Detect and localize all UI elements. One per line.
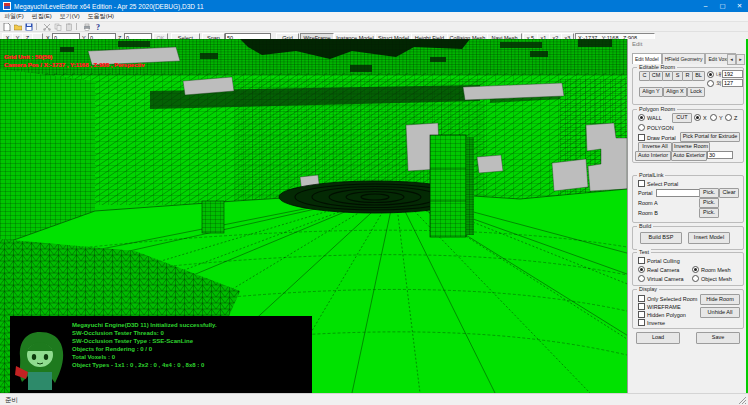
group-label: PortalLink (637, 172, 665, 178)
portal-pick-button[interactable]: Pick. (699, 188, 719, 198)
tab-scroll-right-icon[interactable]: ▸ (736, 54, 745, 65)
checkbox-icon (638, 180, 645, 187)
radio-icon (638, 114, 645, 121)
hidden-polygon-checkbox[interactable]: Hidden Polygon (638, 311, 686, 318)
tab-edit-model[interactable]: Edit Model (632, 53, 662, 64)
radio-icon (638, 275, 645, 282)
voxel-pillar-main (430, 135, 474, 237)
group-label: Editable Room (637, 64, 677, 70)
minimize-button[interactable]: – (697, 0, 714, 12)
axis-x-radio[interactable]: X (694, 114, 707, 121)
room-a-label: Room A (638, 200, 658, 206)
menu-file[interactable]: 파일(F) (0, 12, 28, 21)
menu-view[interactable]: 보기(V) (56, 12, 84, 21)
build-bsp-button[interactable]: Build BSP (640, 232, 682, 244)
panel-caption: Edit (632, 41, 642, 47)
room-b-pick-button[interactable]: Pick. (699, 208, 719, 218)
window-controls: – ▢ ✕ (697, 0, 748, 12)
status-ready-text: 준비 (5, 396, 18, 405)
open-folder-icon[interactable] (13, 23, 22, 31)
virtual-camera-label: Virtual Camera (647, 276, 684, 282)
console-log: Megayuchi Engine(D3D 11) Initialized suc… (72, 321, 217, 369)
axis-z-label: Z (734, 115, 737, 121)
copy-icon[interactable] (53, 23, 62, 31)
lock-button[interactable]: Lock (687, 87, 705, 97)
console-line: SW-Occlusion Tester Type : SSE-ScanLine (72, 337, 217, 345)
auto-exterior-value-input[interactable] (707, 151, 733, 159)
tab-hfield-geometry[interactable]: HField Geometry (662, 53, 706, 64)
save-icon[interactable] (24, 23, 33, 31)
maximize-button[interactable]: ▢ (714, 0, 731, 12)
close-button[interactable]: ✕ (731, 0, 748, 12)
group-label: Display (637, 286, 659, 292)
axis-z-radio[interactable]: Z (725, 114, 737, 121)
cut-button[interactable]: CUT (672, 113, 692, 123)
checkbox-icon (638, 295, 645, 302)
room-mesh-radio[interactable]: Room Mesh (692, 266, 731, 273)
save-button[interactable]: Save (696, 332, 740, 344)
checkbox-icon (638, 134, 645, 141)
virtual-camera-radio[interactable]: Virtual Camera (638, 275, 684, 282)
radio-icon (638, 124, 645, 131)
group-label: Polygon Room (637, 106, 677, 112)
print-icon[interactable] (82, 23, 91, 31)
toolbar-separator (36, 23, 37, 30)
voxel-pillar-small (202, 201, 224, 233)
auto-interior-button[interactable]: Auto Interior (635, 151, 671, 161)
console-overlay: Megayuchi Engine(D3D 11) Initialized suc… (10, 316, 312, 393)
edit-panel: Edit Edit Model HField Geometry Edit Vox… (627, 39, 746, 393)
real-camera-radio[interactable]: Real Camera (638, 266, 679, 273)
align-y-button[interactable]: Align Y (639, 87, 663, 97)
help-about-icon[interactable]: ? (93, 23, 102, 31)
status-bar: 준비 (0, 393, 748, 405)
only-selected-room-checkbox[interactable]: Only Selected Room (638, 295, 697, 302)
unhide-all-button[interactable]: Unhide All (700, 307, 740, 318)
auto-exterior-button[interactable]: Auto Exterior (671, 151, 707, 161)
only-selected-room-label: Only Selected Room (647, 296, 697, 302)
console-line: Total Voxels : 0 (72, 353, 217, 361)
menu-edit[interactable]: 편집(E) (28, 12, 56, 21)
align-x-button[interactable]: Align X (663, 87, 687, 97)
polygon-radio[interactable]: POLYGON (638, 124, 674, 131)
new-file-icon[interactable] (2, 23, 11, 31)
hidden-polygon-label: Hidden Polygon (647, 312, 686, 318)
inverse-checkbox[interactable]: Inverse (638, 319, 665, 326)
wireframe-checkbox[interactable]: WIREFRAME (638, 303, 681, 310)
radio-icon (638, 266, 645, 273)
radio-icon (710, 114, 717, 121)
wall-radio[interactable]: WALL (638, 114, 662, 121)
insert-model-button[interactable]: Insert Model (688, 232, 730, 244)
tab-scroll-buttons: ◂ ▸ (727, 54, 745, 65)
toolbar-separator (76, 23, 77, 30)
real-camera-label: Real Camera (647, 267, 679, 273)
portal-clear-button[interactable]: Clear (719, 188, 739, 198)
room-bl-button[interactable]: BL (692, 71, 705, 81)
outer-wall-value-input[interactable] (722, 79, 743, 87)
axis-y-radio[interactable]: Y (710, 114, 723, 121)
inner-wall-value-input[interactable] (722, 70, 743, 78)
menu-help[interactable]: 도움말(H) (84, 12, 118, 21)
pick-portal-for-extrude-button[interactable]: Pick Portal for Extrude (680, 132, 740, 142)
object-mesh-radio[interactable]: Object Mesh (692, 275, 732, 282)
select-portal-checkbox[interactable]: Select Portal (638, 180, 678, 187)
portal-culling-checkbox[interactable]: Portal Culling (638, 257, 680, 264)
room-cm-button[interactable]: CM (649, 71, 663, 81)
select-portal-label: Select Portal (647, 181, 678, 187)
panel-tabs: Edit Model HField Geometry Edit Voxel La… (632, 53, 736, 64)
portal-name-input[interactable] (656, 189, 700, 197)
tab-scroll-left-icon[interactable]: ◂ (727, 54, 736, 65)
window-title: MegayuchiLevelEditor x64 Edition - Apr 2… (14, 3, 204, 10)
inverse-label: Inverse (647, 320, 665, 326)
resize-grip-icon[interactable] (738, 396, 747, 405)
room-a-pick-button[interactable]: Pick. (699, 198, 719, 208)
hide-room-button[interactable]: Hide Room (700, 294, 740, 305)
cut-icon[interactable] (42, 23, 51, 31)
load-button[interactable]: Load (636, 332, 680, 344)
draw-portal-checkbox[interactable]: Draw Portal (638, 134, 676, 141)
icon-toolbar: ? (0, 22, 748, 32)
paste-icon[interactable] (64, 23, 73, 31)
3d-viewport[interactable]: Grid Unit : 50(50) Camera Pos / X:-1737 … (0, 39, 627, 393)
hud-camera-position: Camera Pos / X:-1737 , Y:1168 , Z:908 , … (4, 62, 145, 68)
wireframe-label: WIREFRAME (647, 304, 681, 310)
console-line: Objects for Rendering : 0 / 0 (72, 345, 217, 353)
